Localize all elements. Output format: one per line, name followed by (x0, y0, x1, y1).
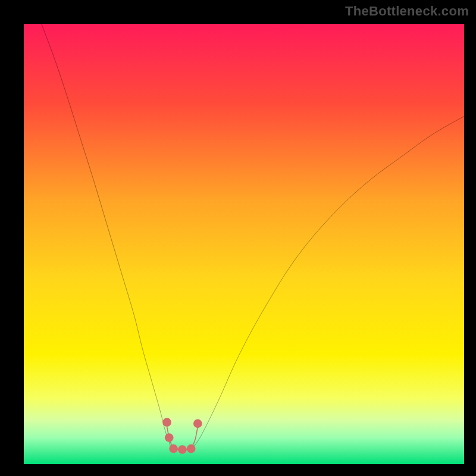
marker-left-upper (162, 418, 171, 427)
curve-left (42, 24, 171, 449)
marker-right-upper (193, 419, 202, 428)
marker-bottom-3 (187, 444, 196, 453)
marker-left-lower (165, 433, 174, 442)
curve-right (191, 116, 464, 449)
attribution-text: TheBottleneck.com (345, 4, 469, 19)
plot-area (24, 24, 464, 464)
chart-frame: TheBottleneck.com (0, 0, 476, 476)
marker-bottom-1 (169, 444, 178, 453)
marker-bottom-2 (178, 445, 187, 454)
curve-overlay (24, 24, 464, 464)
